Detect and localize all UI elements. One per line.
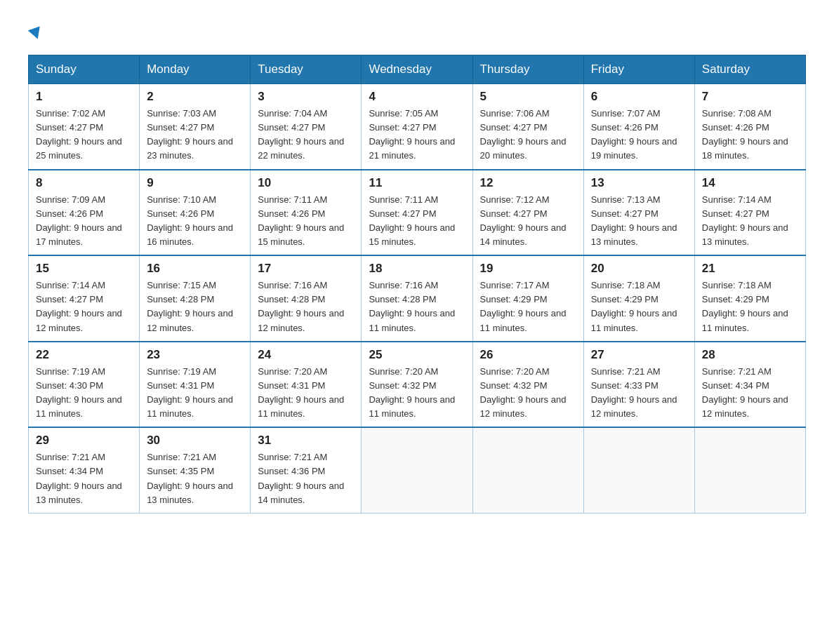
day-number: 6 (591, 90, 687, 104)
calendar-cell: 8Sunrise: 7:09 AMSunset: 4:26 PMDaylight… (29, 170, 140, 256)
calendar-week-2: 8Sunrise: 7:09 AMSunset: 4:26 PMDaylight… (29, 170, 806, 256)
weekday-header-sunday: Sunday (29, 55, 140, 84)
calendar-cell: 1Sunrise: 7:02 AMSunset: 4:27 PMDaylight… (29, 84, 140, 170)
day-info: Sunrise: 7:15 AMSunset: 4:28 PMDaylight:… (147, 279, 243, 335)
day-number: 15 (36, 262, 132, 276)
calendar-cell: 16Sunrise: 7:15 AMSunset: 4:28 PMDayligh… (140, 255, 251, 342)
calendar-cell: 5Sunrise: 7:06 AMSunset: 4:27 PMDaylight… (472, 84, 583, 170)
day-number: 27 (591, 348, 687, 362)
day-info: Sunrise: 7:07 AMSunset: 4:26 PMDaylight:… (591, 107, 687, 163)
day-number: 8 (36, 176, 132, 190)
day-number: 9 (147, 176, 243, 190)
calendar-cell: 3Sunrise: 7:04 AMSunset: 4:27 PMDaylight… (251, 84, 362, 170)
calendar-cell: 14Sunrise: 7:14 AMSunset: 4:27 PMDayligh… (694, 170, 805, 256)
day-number: 13 (591, 176, 687, 190)
day-number: 12 (480, 176, 576, 190)
day-info: Sunrise: 7:21 AMSunset: 4:33 PMDaylight:… (591, 365, 687, 422)
day-info: Sunrise: 7:19 AMSunset: 4:31 PMDaylight:… (147, 365, 243, 422)
calendar-week-4: 22Sunrise: 7:19 AMSunset: 4:30 PMDayligh… (29, 342, 806, 428)
day-info: Sunrise: 7:12 AMSunset: 4:27 PMDaylight:… (480, 193, 576, 250)
logo-general-line (28, 21, 42, 41)
day-number: 18 (369, 262, 465, 276)
calendar-cell: 11Sunrise: 7:11 AMSunset: 4:27 PMDayligh… (362, 170, 472, 256)
day-number: 29 (36, 434, 132, 448)
day-info: Sunrise: 7:04 AMSunset: 4:27 PMDaylight:… (258, 107, 354, 163)
day-info: Sunrise: 7:17 AMSunset: 4:29 PMDaylight:… (480, 279, 576, 335)
day-number: 10 (258, 176, 354, 190)
day-number: 21 (702, 262, 798, 276)
day-number: 20 (591, 262, 687, 276)
calendar-cell: 13Sunrise: 7:13 AMSunset: 4:27 PMDayligh… (583, 170, 694, 256)
calendar-table: SundayMondayTuesdayWednesdayThursdayFrid… (28, 55, 806, 514)
day-info: Sunrise: 7:21 AMSunset: 4:34 PMDaylight:… (702, 365, 798, 422)
day-number: 28 (702, 348, 798, 362)
day-info: Sunrise: 7:18 AMSunset: 4:29 PMDaylight:… (591, 279, 687, 335)
day-info: Sunrise: 7:10 AMSunset: 4:26 PMDaylight:… (147, 193, 243, 250)
weekday-header-tuesday: Tuesday (251, 55, 362, 84)
weekday-header-wednesday: Wednesday (362, 55, 472, 84)
calendar-cell (583, 427, 694, 513)
calendar-cell: 6Sunrise: 7:07 AMSunset: 4:26 PMDaylight… (583, 84, 694, 170)
day-info: Sunrise: 7:16 AMSunset: 4:28 PMDaylight:… (258, 279, 354, 335)
calendar-cell: 30Sunrise: 7:21 AMSunset: 4:35 PMDayligh… (140, 427, 251, 513)
day-number: 24 (258, 348, 354, 362)
day-info: Sunrise: 7:14 AMSunset: 4:27 PMDaylight:… (36, 279, 132, 335)
calendar-cell: 9Sunrise: 7:10 AMSunset: 4:26 PMDaylight… (140, 170, 251, 256)
calendar-cell: 20Sunrise: 7:18 AMSunset: 4:29 PMDayligh… (583, 255, 694, 342)
day-info: Sunrise: 7:20 AMSunset: 4:32 PMDaylight:… (369, 365, 465, 422)
day-info: Sunrise: 7:16 AMSunset: 4:28 PMDaylight:… (369, 279, 465, 335)
calendar-cell: 27Sunrise: 7:21 AMSunset: 4:33 PMDayligh… (583, 342, 694, 428)
day-info: Sunrise: 7:06 AMSunset: 4:27 PMDaylight:… (480, 107, 576, 163)
day-number: 2 (147, 90, 243, 104)
page-header (28, 21, 806, 41)
calendar-cell: 22Sunrise: 7:19 AMSunset: 4:30 PMDayligh… (29, 342, 140, 428)
day-number: 7 (702, 90, 798, 104)
day-info: Sunrise: 7:08 AMSunset: 4:26 PMDaylight:… (702, 107, 798, 163)
calendar-cell: 12Sunrise: 7:12 AMSunset: 4:27 PMDayligh… (472, 170, 583, 256)
day-number: 14 (702, 176, 798, 190)
calendar-cell: 31Sunrise: 7:21 AMSunset: 4:36 PMDayligh… (251, 427, 362, 513)
logo (28, 21, 42, 41)
day-info: Sunrise: 7:03 AMSunset: 4:27 PMDaylight:… (147, 107, 243, 163)
day-info: Sunrise: 7:02 AMSunset: 4:27 PMDaylight:… (36, 107, 132, 163)
day-info: Sunrise: 7:20 AMSunset: 4:31 PMDaylight:… (258, 365, 354, 422)
day-number: 23 (147, 348, 243, 362)
calendar-cell: 18Sunrise: 7:16 AMSunset: 4:28 PMDayligh… (362, 255, 472, 342)
calendar-cell: 19Sunrise: 7:17 AMSunset: 4:29 PMDayligh… (472, 255, 583, 342)
calendar-week-1: 1Sunrise: 7:02 AMSunset: 4:27 PMDaylight… (29, 84, 806, 170)
day-info: Sunrise: 7:21 AMSunset: 4:36 PMDaylight:… (258, 450, 354, 507)
calendar-cell: 15Sunrise: 7:14 AMSunset: 4:27 PMDayligh… (29, 255, 140, 342)
day-number: 25 (369, 348, 465, 362)
day-info: Sunrise: 7:21 AMSunset: 4:35 PMDaylight:… (147, 450, 243, 507)
day-number: 5 (480, 90, 576, 104)
day-number: 26 (480, 348, 576, 362)
calendar-header: SundayMondayTuesdayWednesdayThursdayFrid… (29, 55, 806, 84)
day-info: Sunrise: 7:21 AMSunset: 4:34 PMDaylight:… (36, 450, 132, 507)
day-info: Sunrise: 7:18 AMSunset: 4:29 PMDaylight:… (702, 279, 798, 335)
day-number: 17 (258, 262, 354, 276)
calendar-cell (472, 427, 583, 513)
weekday-header-monday: Monday (140, 55, 251, 84)
calendar-cell (694, 427, 805, 513)
day-number: 19 (480, 262, 576, 276)
calendar-cell: 26Sunrise: 7:20 AMSunset: 4:32 PMDayligh… (472, 342, 583, 428)
calendar-cell: 28Sunrise: 7:21 AMSunset: 4:34 PMDayligh… (694, 342, 805, 428)
day-info: Sunrise: 7:11 AMSunset: 4:27 PMDaylight:… (369, 193, 465, 250)
weekday-header-row: SundayMondayTuesdayWednesdayThursdayFrid… (29, 55, 806, 84)
logo-triangle-icon (28, 26, 44, 41)
calendar-week-3: 15Sunrise: 7:14 AMSunset: 4:27 PMDayligh… (29, 255, 806, 342)
day-number: 11 (369, 176, 465, 190)
calendar-cell: 29Sunrise: 7:21 AMSunset: 4:34 PMDayligh… (29, 427, 140, 513)
day-number: 16 (147, 262, 243, 276)
day-number: 1 (36, 90, 132, 104)
calendar-cell: 7Sunrise: 7:08 AMSunset: 4:26 PMDaylight… (694, 84, 805, 170)
day-info: Sunrise: 7:13 AMSunset: 4:27 PMDaylight:… (591, 193, 687, 250)
day-number: 22 (36, 348, 132, 362)
calendar-cell: 2Sunrise: 7:03 AMSunset: 4:27 PMDaylight… (140, 84, 251, 170)
calendar-cell: 24Sunrise: 7:20 AMSunset: 4:31 PMDayligh… (251, 342, 362, 428)
day-info: Sunrise: 7:20 AMSunset: 4:32 PMDaylight:… (480, 365, 576, 422)
calendar-cell: 10Sunrise: 7:11 AMSunset: 4:26 PMDayligh… (251, 170, 362, 256)
day-info: Sunrise: 7:14 AMSunset: 4:27 PMDaylight:… (702, 193, 798, 250)
day-number: 30 (147, 434, 243, 448)
day-number: 31 (258, 434, 354, 448)
